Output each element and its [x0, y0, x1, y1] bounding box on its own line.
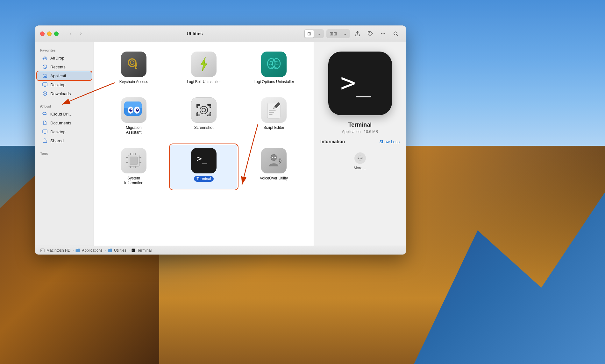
- sidebar-item-documents[interactable]: Documents: [37, 118, 92, 127]
- share-button[interactable]: [352, 29, 363, 39]
- file-item-migration-assistant[interactable]: MigrationAssistant: [100, 94, 167, 138]
- script-editor-label: Script Editor: [263, 125, 284, 130]
- airdrop-icon: [42, 55, 48, 61]
- svg-rect-36: [210, 113, 211, 116]
- svg-rect-16: [136, 67, 137, 68]
- svg-point-37: [200, 106, 208, 114]
- icloud-drive-icon: [42, 111, 48, 117]
- airdrop-label: AirDrop: [50, 56, 64, 60]
- preview-info-title: Information: [320, 139, 345, 144]
- logi-bolt-icon: [191, 52, 217, 77]
- svg-marker-17: [201, 57, 207, 71]
- search-button[interactable]: [391, 29, 401, 39]
- svg-point-38: [202, 108, 206, 112]
- group-options-button[interactable]: ⌄: [340, 30, 349, 38]
- preview-info-header: Information Show Less: [320, 139, 400, 144]
- file-item-logi-bolt[interactable]: Logi Bolt Uninstaller: [170, 48, 237, 88]
- svg-rect-7: [43, 83, 47, 86]
- file-item-logi-options[interactable]: Logi Options Uninstaller: [240, 48, 307, 88]
- file-item-script-editor[interactable]: Script Editor: [240, 94, 307, 138]
- preview-app-icon: >_: [328, 52, 392, 115]
- downloads-icon: [42, 91, 48, 96]
- svg-point-3: [384, 33, 385, 34]
- sidebar-item-desktop[interactable]: Desktop: [37, 80, 92, 89]
- grid-view-button[interactable]: ⊞: [305, 30, 314, 38]
- svg-point-2: [383, 33, 384, 34]
- maximize-button[interactable]: [54, 32, 59, 36]
- preview-app-meta: Application · 10.6 MB: [342, 130, 378, 134]
- sidebar-item-desktop2[interactable]: Desktop: [37, 127, 92, 136]
- preview-panel: >_ Terminal Application · 10.6 MB Inform…: [314, 42, 406, 246]
- documents-icon: [42, 120, 48, 126]
- breadcrumb: Macintosh HD › Applications › Utilities …: [40, 248, 152, 253]
- logi-options-label: Logi Options Uninstaller: [253, 80, 294, 85]
- desktop-icon: [42, 82, 48, 88]
- svg-rect-14: [136, 63, 137, 65]
- view-options-button[interactable]: ⌄: [314, 30, 323, 38]
- svg-text:>_: >_: [196, 153, 207, 164]
- icloud-label: iCloud: [35, 102, 94, 109]
- tags-label: Tags: [35, 149, 94, 157]
- applications-icon: [42, 73, 48, 79]
- nav-buttons: ‹ ›: [66, 29, 85, 38]
- breadcrumb-utilities: Utilities: [114, 248, 126, 253]
- svg-rect-10: [43, 140, 47, 143]
- recents-label: Recents: [50, 65, 66, 69]
- svg-rect-22: [124, 105, 142, 108]
- documents-label: Documents: [50, 121, 71, 125]
- sidebar-item-airdrop[interactable]: AirDrop: [37, 53, 92, 62]
- sidebar-item-downloads[interactable]: Downloads: [37, 89, 92, 98]
- window-title: Utilities: [89, 31, 300, 36]
- tag-button[interactable]: [365, 29, 375, 39]
- svg-point-0: [369, 32, 370, 33]
- shared-label: Shared: [50, 138, 64, 143]
- finder-body: Favorites AirDrop: [35, 42, 406, 246]
- back-button[interactable]: ‹: [66, 29, 75, 38]
- terminal-badge-label: Terminal: [194, 176, 213, 182]
- sidebar-item-icloud-drive[interactable]: iCloud Dri…: [37, 109, 92, 118]
- close-button[interactable]: [40, 32, 45, 36]
- svg-rect-15: [136, 66, 137, 66]
- breadcrumb-sep-2: ›: [104, 248, 106, 253]
- title-bar: ‹ › Utilities ⊞ ⌄ ⊞⊞ ⌄: [35, 25, 406, 42]
- system-information-label: SystemInformation: [124, 176, 143, 186]
- system-information-icon: [121, 148, 146, 173]
- desktop2-icon: [42, 129, 48, 135]
- file-item-screenshot[interactable]: Screenshot: [170, 94, 237, 138]
- breadcrumb-sep-1: ›: [72, 248, 74, 253]
- file-item-voiceover-utility[interactable]: VoiceOver Utility: [240, 145, 307, 189]
- show-less-button[interactable]: Show Less: [379, 139, 400, 144]
- svg-point-11: [128, 59, 136, 66]
- file-grid: Keychain Access Logi Bolt Uninstaller: [100, 48, 307, 189]
- file-item-terminal[interactable]: >_ Terminal: [170, 145, 237, 189]
- file-item-system-information[interactable]: SystemInformation: [100, 145, 167, 189]
- file-area[interactable]: Keychain Access Logi Bolt Uninstaller: [94, 42, 314, 246]
- svg-rect-33: [197, 104, 198, 108]
- sidebar-item-applications[interactable]: Applicati…: [37, 71, 92, 80]
- logi-bolt-label: Logi Bolt Uninstaller: [187, 80, 221, 85]
- preview-app-name: Terminal: [348, 122, 372, 128]
- minimize-button[interactable]: [47, 32, 52, 36]
- svg-point-12: [130, 61, 134, 65]
- keychain-access-label: Keychain Access: [119, 80, 148, 85]
- breadcrumb-hd: Macintosh HD: [46, 248, 70, 253]
- terminal-icon: >_: [191, 148, 217, 173]
- icloud-drive-label: iCloud Dri…: [50, 112, 73, 116]
- sidebar-item-recents[interactable]: Recents: [37, 62, 92, 71]
- svg-point-56: [272, 157, 273, 158]
- svg-point-60: [359, 158, 360, 159]
- sidebar: Favorites AirDrop: [35, 42, 94, 246]
- svg-point-61: [361, 158, 362, 159]
- more-button[interactable]: [354, 152, 366, 164]
- traffic-lights: [40, 32, 59, 36]
- svg-rect-9: [43, 130, 47, 133]
- group-view-button[interactable]: ⊞⊞: [327, 30, 340, 38]
- downloads-label: Downloads: [50, 91, 71, 96]
- forward-button[interactable]: ›: [76, 29, 85, 38]
- view-switcher-2: ⊞⊞ ⌄: [326, 29, 350, 38]
- more-button[interactable]: [378, 29, 388, 39]
- screenshot-label: Screenshot: [194, 125, 214, 130]
- file-item-keychain-access[interactable]: Keychain Access: [100, 48, 167, 88]
- sidebar-item-shared[interactable]: Shared: [37, 136, 92, 145]
- status-bar: Macintosh HD › Applications › Utilities …: [35, 246, 406, 255]
